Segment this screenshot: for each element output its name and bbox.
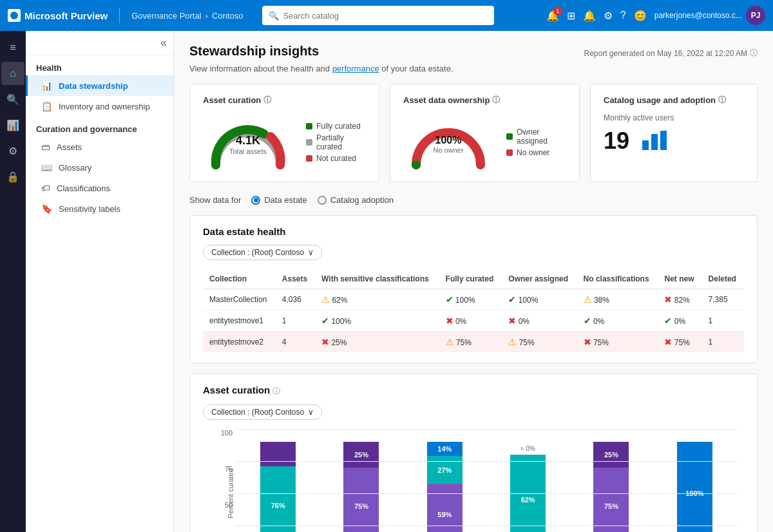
asset-curation-card: Asset curation ⓘ [189,84,379,182]
sidebar-item-inventory[interactable]: 📋 Inventory and ownership [26,96,173,117]
alert-icon[interactable]: 🔔 [583,10,596,22]
status-ok-icon: ✔ [321,316,329,326]
sidebar-item-label: Inventory and ownership [59,102,150,111]
breadcrumb: Governance Portal › Contoso [131,11,243,21]
asset-curation-title: Asset curation [203,95,261,105]
sidebar-collapse-button[interactable]: « [160,36,167,50]
col-no-class: No classifications [577,269,658,289]
cell-net-new: ✖ 82% [658,289,701,310]
cell-assets: 1 [276,310,315,332]
status-ok-icon: ✔ [584,316,591,326]
grid-line-25 [235,526,738,526]
rail-insights[interactable]: 📊 [1,113,24,137]
data-estate-health-section: Data estate health Collection : (Root) C… [189,215,758,363]
svg-rect-3 [660,131,667,150]
radio-data-estate[interactable]: Data estate [251,195,307,205]
sidebar-item-label: Assets [57,142,82,152]
cell-net-new: ✖ 75% [658,332,701,353]
search-bar[interactable]: 🔍 [262,6,494,25]
total-assets-value: 4.1K [229,134,267,147]
performance-link[interactable]: performance [332,64,379,73]
purview-logo-icon [8,9,21,22]
rail-catalog[interactable]: 🔍 [1,88,24,111]
ownership-pct: 100% [433,135,463,146]
collection-badge-text: Collection : (Root) Contoso [211,248,304,257]
table-row: MasterCollection 4,036 ⚠ 62% ✔ 100% ✔ 10… [203,289,744,310]
search-icon: 🔍 [269,11,279,21]
asset-curation-legend: Fully curated Partially curated Not cura… [306,122,366,163]
nav-divider [119,8,120,23]
col-sensitive: With sensitive classifications [315,269,439,289]
sidebar-header: « [26,31,173,55]
feedback-icon[interactable]: 😊 [634,10,647,22]
total-assets-label: Total assets [229,147,267,155]
nav-icons: 🔔 1 ⊞ 🔔 ⚙ ? 😊 parkerjones@contoso.c... P… [546,6,765,25]
col-assets: Assets [276,269,315,289]
cell-net-new: ✔ 0% [658,310,701,332]
asset-curation-section-title: Asset curation ⓘ [203,385,744,397]
radio-data-estate-circle [251,196,260,205]
cell-sensitive: ✔ 100% [315,310,439,332]
search-input[interactable] [283,11,488,21]
notification-icon[interactable]: 🔔 1 [546,10,559,22]
sidebar-curation-label: Curation and governance [26,117,173,137]
y-axis-label: Percent curated [227,468,234,518]
cell-curated: ✔ 100% [439,289,502,310]
brand-name: Microsoft Purview [24,10,108,21]
status-ok-icon: ✔ [446,294,453,305]
bar-group: 100% [658,429,731,532]
rail-home[interactable]: ⌂ [1,62,24,85]
cell-sensitive: ✖ 25% [315,332,439,353]
avatar[interactable]: PJ [746,6,765,25]
sidebar-item-classifications[interactable]: 🏷 Classifications [26,178,173,198]
col-curated: Fully curated [439,269,502,289]
bar-chart: 100 75 50 25 Percent curated [235,429,738,532]
inventory-icon: 📋 [41,101,52,111]
brand-logo: Microsoft Purview [8,9,108,22]
cell-no-class: ✖ 75% [577,332,658,353]
radio-catalog-adoption-circle [318,196,327,205]
col-net-new: Net new [658,269,701,289]
bar-chart-icon [642,128,668,155]
sidebar-item-label: Data stewardship [59,81,128,91]
health-table: Collection Assets With sensitive classif… [203,269,744,352]
catalog-usage-title: Catalog usage and adoption [604,95,716,105]
show-data-for: Show data for Data estate Catalog adopti… [189,195,758,205]
bar-group: 14%27%59% [408,429,481,532]
col-owner: Owner assigned [502,269,577,289]
rail-management[interactable]: ⚙ [1,139,24,162]
settings-icon[interactable]: ⚙ [604,10,613,22]
status-ok-icon: ✔ [508,294,516,305]
catalog-usage-card: Catalog usage and adoption ⓘ Monthly act… [590,84,758,182]
page-title: Stewardship insights [189,44,319,59]
sidebar-item-label: Sensitivity labels [59,204,120,214]
sidebar-item-sensitivity-labels[interactable]: 🔖 Sensitivity labels [26,198,173,219]
collection-badge-chevron: ∨ [308,248,314,257]
cell-owner: ✔ 100% [502,289,577,310]
cell-curated: ⚠ 75% [439,332,502,353]
glossary-icon: 📖 [41,162,52,173]
stewardship-icon: 📊 [41,81,52,91]
classifications-icon: 🏷 [41,183,50,193]
sidebar: « Health 📊 Data stewardship 📋 Inventory … [26,31,174,532]
bar-group: 76% [242,429,314,532]
table-row: entitytestmove2 4 ✖ 25% ⚠ 75% ⚠ 75% ✖ 75… [203,332,744,353]
bar-group: 25%75% [325,429,397,532]
cell-collection: entitytestmove1 [203,310,276,332]
sidebar-item-assets[interactable]: 🗃 Assets [26,137,173,157]
collection-badge[interactable]: Collection : (Root) Contoso ∨ [203,245,322,260]
rail-policy[interactable]: 🔒 [1,165,24,188]
asset-curation-collection-badge[interactable]: Collection : (Root) Contoso ∨ [203,404,322,420]
sidebar-item-label: Classifications [57,184,110,193]
svg-rect-2 [651,134,658,150]
apps-icon[interactable]: ⊞ [567,10,575,22]
status-err-icon: ✖ [446,316,453,326]
rail-menu[interactable]: ≡ [1,36,24,59]
sidebar-item-data-stewardship[interactable]: 📊 Data stewardship [26,75,173,96]
help-icon[interactable]: ? [620,10,626,21]
col-collection: Collection [203,269,276,289]
sidebar-item-glossary[interactable]: 📖 Glossary [26,157,173,178]
cell-collection: entitytestmove2 [203,332,276,353]
radio-catalog-adoption[interactable]: Catalog adoption [318,195,394,205]
cell-no-class: ⚠ 38% [577,289,658,310]
